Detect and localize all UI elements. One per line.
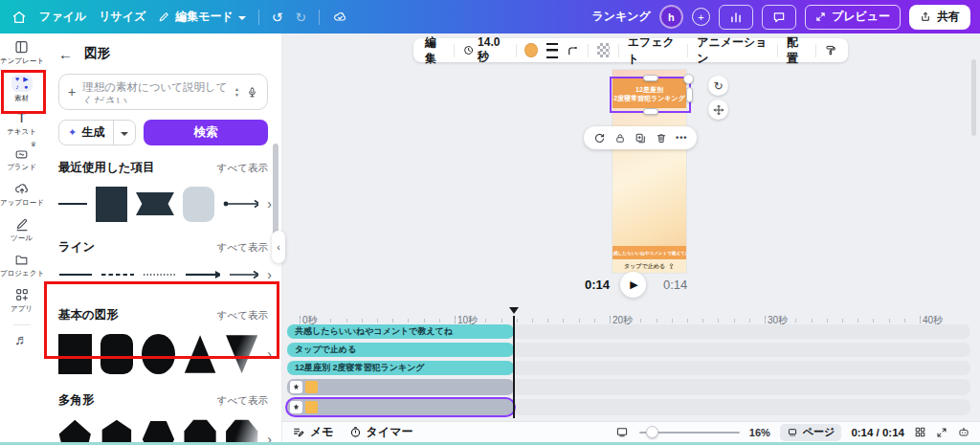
assistant-icon[interactable] — [957, 426, 970, 438]
footer-tap[interactable]: タップで止める — [612, 259, 686, 273]
page-view-toggle[interactable]: ページ — [780, 424, 842, 441]
search-button[interactable]: 検索 — [144, 120, 268, 145]
shape-rounded-square[interactable] — [100, 334, 134, 374]
footer-note[interactable]: 共感したらいいねやコメントで教えてね — [612, 246, 686, 259]
share-button[interactable]: 共有 — [909, 5, 970, 30]
more-options-button[interactable]: ••• — [676, 133, 687, 143]
shape-hexagon-flat[interactable] — [142, 419, 175, 442]
timeline-track-text-2[interactable]: タップで止める — [287, 343, 514, 357]
delete-icon[interactable] — [656, 132, 667, 145]
shape-square[interactable] — [58, 334, 92, 374]
copy-style-icon[interactable] — [825, 43, 836, 57]
chevron-right-icon[interactable]: › — [267, 267, 272, 282]
shape-octagon[interactable] — [184, 419, 217, 442]
shape-triangle-down[interactable] — [225, 334, 258, 374]
show-all-polygons[interactable]: すべて表示 — [217, 394, 268, 408]
sidebar-item-brand[interactable]: ♛ ブランド — [0, 145, 43, 172]
playhead-handle[interactable] — [509, 307, 519, 314]
edit-button[interactable]: 編集 — [425, 34, 445, 67]
sidebar-item-text[interactable]: T テキスト — [0, 110, 43, 137]
resize-handle-bottom[interactable] — [643, 108, 658, 115]
sidebar-item-apps[interactable]: アプリ — [0, 287, 43, 314]
panel-collapse-button[interactable]: ‹ — [272, 231, 285, 263]
playhead-line[interactable] — [513, 316, 515, 418]
transparency-button[interactable] — [597, 43, 610, 57]
spinner-icon[interactable]: ▲▼ — [234, 87, 239, 98]
back-button[interactable]: ← — [58, 46, 73, 62]
menu-resize[interactable]: リサイズ — [99, 9, 145, 25]
fullscreen-icon[interactable] — [936, 427, 947, 438]
move-button[interactable] — [708, 100, 728, 120]
resize-handle-right[interactable] — [686, 87, 693, 102]
design-canvas-page[interactable]: 12星座別 2度寝常習犯ランキング 共感したらいいねやコメントで教えてね タップ… — [612, 70, 686, 273]
rotate-button[interactable]: ↻ — [708, 76, 728, 96]
sidebar-item-templates[interactable]: テンプレート — [0, 39, 43, 66]
shape-triangle[interactable] — [184, 334, 217, 374]
lock-icon[interactable] — [614, 132, 626, 145]
add-member-button[interactable]: + — [692, 8, 710, 26]
shape-circle[interactable] — [142, 334, 175, 374]
sidebar-item-elements[interactable]: ♥▶♪● 素材 — [0, 75, 43, 101]
clip-segment[interactable] — [305, 401, 318, 413]
chevron-right-icon[interactable]: › — [267, 346, 272, 362]
line-arrow-solid[interactable] — [185, 270, 220, 279]
clip-segment[interactable] — [305, 381, 318, 393]
mic-icon[interactable] — [246, 85, 258, 100]
generate-button[interactable]: ✦ 生成 — [58, 120, 136, 145]
shape-ribbon[interactable] — [136, 192, 174, 215]
show-all-recent[interactable]: すべて表示 — [217, 162, 268, 175]
line-arrow-open[interactable] — [229, 270, 258, 279]
show-all-lines[interactable]: すべて表示 — [217, 241, 268, 255]
generate-dropdown[interactable] — [114, 121, 135, 145]
resize-handle-top[interactable] — [643, 75, 658, 81]
resize-handle-corner[interactable] — [683, 74, 694, 84]
timeline-track-element-1[interactable] — [287, 379, 514, 395]
avatar[interactable]: h — [659, 5, 683, 29]
notes-button[interactable]: メモ — [292, 424, 334, 440]
search-input[interactable]: + 理想の素材について説明してください ▲▼ — [58, 74, 268, 110]
play-button[interactable]: ▶ — [620, 272, 646, 298]
shape-square-light[interactable] — [183, 187, 214, 222]
comments-button[interactable] — [762, 5, 796, 30]
chevron-right-icon[interactable]: › — [267, 432, 272, 442]
preview-button[interactable]: プレビュー — [805, 5, 901, 30]
shape-square-dark[interactable] — [96, 187, 127, 222]
sidebar-item-tools[interactable]: ツール — [0, 216, 43, 243]
shape-line[interactable] — [58, 203, 87, 205]
zoom-slider[interactable] — [639, 426, 740, 439]
shape-pentagon[interactable] — [58, 419, 92, 442]
line-dashed[interactable] — [100, 270, 134, 279]
line-dotted[interactable] — [143, 270, 176, 279]
timer-button[interactable]: タイマー — [349, 424, 413, 440]
sidebar-item-uploads[interactable]: アップロード — [0, 181, 43, 208]
fit-view-icon[interactable] — [614, 426, 630, 438]
duplicate-icon[interactable] — [635, 132, 647, 145]
project-name[interactable]: ランキング — [591, 9, 650, 25]
chevron-right-icon[interactable]: › — [267, 196, 272, 211]
shape-octagon-fade[interactable] — [225, 419, 258, 442]
edit-mode-menu[interactable]: 編集モード — [158, 9, 246, 25]
animation-button[interactable]: アニメーション — [697, 34, 768, 67]
timeline-track-text-3[interactable]: 12星座別 2度寝常習犯ランキング — [287, 361, 514, 375]
line-weight-button[interactable] — [546, 43, 558, 58]
effects-button[interactable]: エフェクト — [628, 34, 679, 67]
insights-button[interactable] — [719, 5, 753, 30]
shape-hexagon-pointy[interactable] — [100, 419, 134, 442]
shape-arrow[interactable] — [223, 199, 258, 209]
regenerate-icon[interactable] — [593, 132, 606, 145]
home-icon[interactable] — [11, 10, 27, 25]
show-all-basic[interactable]: すべて表示 — [217, 309, 268, 323]
color-swatch[interactable] — [524, 43, 537, 57]
canvas-scrollbar[interactable] — [971, 59, 976, 136]
line-type-button[interactable] — [567, 44, 579, 57]
position-button[interactable]: 配置 — [787, 34, 807, 67]
timeline-track-text-1[interactable]: 共感したらいいねやコメントで教えてね — [287, 324, 514, 339]
menu-file[interactable]: ファイル — [39, 9, 86, 25]
line-solid[interactable] — [58, 270, 92, 279]
duration-button[interactable]: 14.0秒 — [463, 35, 507, 65]
undo-button[interactable]: ↺ — [272, 11, 283, 24]
timeline-track-element-2-selected[interactable] — [287, 399, 514, 415]
zoom-slider-knob[interactable] — [646, 426, 658, 438]
audio-icon[interactable]: ♬ — [14, 333, 29, 346]
redo-button[interactable]: ↻ — [296, 11, 307, 24]
